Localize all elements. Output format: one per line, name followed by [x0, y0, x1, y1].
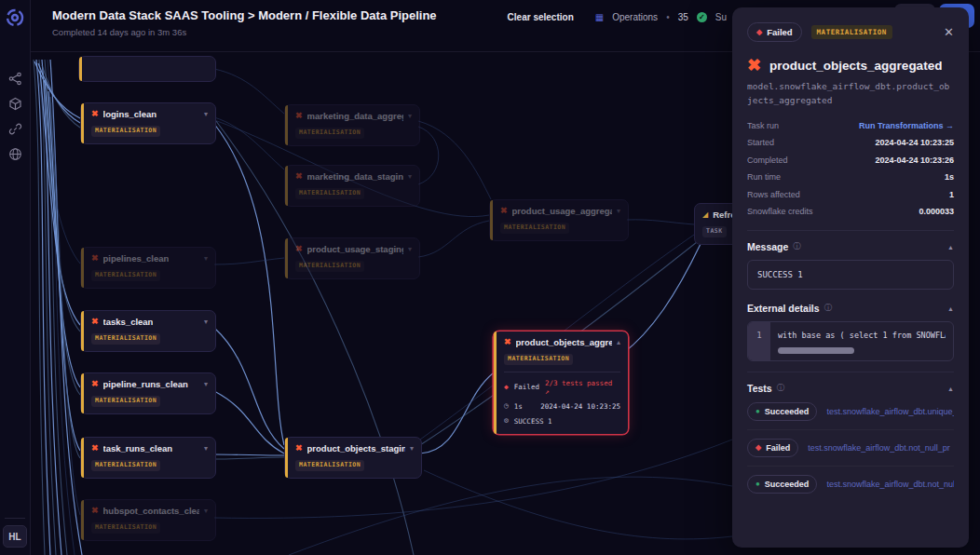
node-label: tasks_clean: [103, 317, 154, 327]
chevron-down-icon[interactable]: ▾: [408, 173, 412, 181]
node-label: pipelines_clean: [103, 253, 170, 264]
node-tasks-clean[interactable]: ✖ tasks_clean ▾ MATERIALISATION: [80, 310, 216, 352]
node-product-usage-staging[interactable]: ✖ product_usage_staging ▾ MATERIALISATIO…: [284, 237, 420, 279]
succeeded-dot-icon: ●: [755, 481, 760, 488]
chevron-down-icon[interactable]: ▾: [204, 445, 208, 453]
gear-icon: ⚙: [504, 417, 509, 425]
node-product-objects-aggregated-selected[interactable]: ✖ product_objects_aggregated ▴ MATERIALI…: [493, 331, 629, 435]
dot-separator: •: [666, 12, 670, 22]
dbt-icon: ✖: [91, 444, 99, 453]
collapse-arrow-icon[interactable]: ▲: [947, 386, 954, 392]
chevron-up-icon[interactable]: ▴: [617, 339, 620, 346]
node-label: hubspot_contacts_clean: [103, 506, 199, 516]
materialisation-badge: MATERIALISATION: [295, 261, 364, 272]
detail-value: 2024-04-24 10:23:26: [875, 156, 954, 165]
materialisation-badge: MATERIALISATION: [91, 396, 160, 407]
node-pipelines-clean[interactable]: ✖ pipelines_clean ▾ MATERIALISATION: [80, 247, 216, 289]
dbt-icon: ✖: [504, 338, 511, 346]
close-icon[interactable]: ✕: [944, 26, 954, 38]
test-link[interactable]: test.snowflake_airflow_dbt.not_null_pr: [808, 443, 954, 453]
node-product-objects-staging[interactable]: ✖ product_objects_staging ▾ MATERIALISAT…: [284, 437, 422, 479]
status-badge-label: Failed: [767, 27, 792, 37]
dbt-icon: ✖: [295, 172, 303, 181]
dbt-icon: ✖: [91, 254, 99, 263]
node-stub-cutoff[interactable]: [78, 56, 216, 82]
sidebar: HL: [0, 0, 31, 555]
info-icon[interactable]: ⓘ: [777, 383, 785, 394]
details-panel: ◆ Failed MATERIALISATION ✕ ✖ product_obj…: [732, 7, 969, 548]
chevron-down-icon[interactable]: ▾: [204, 381, 208, 388]
test-row: ● Succeeded test.snowflake_airflow_dbt.n…: [747, 467, 954, 502]
test-link[interactable]: test.snowflake_airflow_dbt.unique_pro: [826, 407, 954, 416]
detail-value: 0.000033: [919, 207, 954, 216]
sidebar-item-products[interactable]: [7, 96, 22, 111]
chevron-down-icon[interactable]: ▾: [408, 246, 412, 253]
node-pipeline-runs-clean[interactable]: ✖ pipeline_runs_clean ▾ MATERIALISATION: [80, 372, 216, 414]
chevron-down-icon[interactable]: ▾: [408, 113, 412, 120]
chevron-down-icon[interactable]: ▾: [410, 445, 414, 453]
app-logo-icon[interactable]: [5, 7, 25, 32]
node-message: SUCCESS 1: [514, 417, 552, 426]
sidebar-item-integrations[interactable]: [7, 121, 22, 136]
test-link[interactable]: test.snowflake_airflow_dbt.not_null_pr: [826, 480, 954, 489]
tests-heading: Tests: [747, 383, 772, 394]
collapse-arrow-icon[interactable]: ▲: [947, 305, 954, 312]
node-logins-clean[interactable]: ✖ logins_clean ▾ MATERIALISATION: [80, 102, 216, 144]
chevron-down-icon[interactable]: ▾: [617, 208, 620, 215]
panel-divider: [747, 230, 954, 231]
operations-label: Operations: [612, 12, 658, 22]
sidebar-nav: [7, 71, 22, 161]
failed-diamond-icon: ◆: [504, 384, 509, 391]
page-title: Modern Data Stack SAAS Tooling > Modern …: [52, 8, 437, 22]
user-avatar[interactable]: HL: [3, 525, 27, 548]
dbt-icon: ✖: [500, 207, 508, 215]
node-hubspot-contacts-clean[interactable]: ✖ hubspot_contacts_clean ▾ MATERIALISATI…: [80, 499, 216, 541]
sidebar-divider: [5, 518, 25, 519]
detail-label: Run time: [747, 172, 781, 182]
info-icon[interactable]: ⓘ: [793, 241, 801, 252]
sidebar-item-lineage[interactable]: [7, 71, 22, 86]
status-badge: ◆ Failed: [747, 22, 802, 42]
node-label: product_objects_staging: [307, 443, 405, 453]
node-status-stripe: [79, 57, 82, 81]
run-transformations-link[interactable]: Run Transformations →: [859, 121, 954, 130]
detail-row-started: Started 2024-04-24 10:23:25: [747, 134, 954, 152]
succeeded-dot-icon: ●: [755, 408, 760, 415]
dbt-icon: ✖: [747, 57, 761, 74]
detail-value: 1: [949, 190, 954, 199]
pipeline-app: Modern Data Stack SAAS Tooling > Modern …: [0, 0, 980, 555]
node-task-runs-clean[interactable]: ✖ task_runs_clean ▾ MATERIALISATION: [80, 437, 216, 479]
failed-diamond-icon: ◆: [756, 29, 762, 36]
dbt-icon: ✖: [295, 444, 303, 453]
sidebar-item-environments[interactable]: [7, 146, 22, 161]
horizontal-scrollbar[interactable]: [778, 347, 854, 354]
materialisation-badge: MATERIALISATION: [91, 126, 160, 137]
sidebar-bottom: HL: [0, 518, 30, 555]
message-section-header: Message ⓘ ▲: [747, 241, 954, 252]
dbt-icon: ✖: [91, 318, 99, 326]
external-details-section-header: External details ⓘ ▲: [747, 303, 954, 314]
info-icon[interactable]: ⓘ: [824, 303, 833, 314]
clear-selection-button[interactable]: Clear selection: [508, 12, 574, 22]
dbt-icon: ✖: [91, 110, 99, 118]
test-status-label: Succeeded: [765, 480, 810, 489]
operations-grid-icon: ▦: [595, 12, 604, 22]
node-label: pipeline_runs_clean: [103, 379, 188, 389]
chevron-down-icon[interactable]: ▾: [204, 255, 208, 263]
detail-value: 2024-04-24 10:23:25: [875, 138, 954, 147]
node-marketing-data-aggregated[interactable]: ✖ marketing_data_aggregated ▾ MATERIALIS…: [284, 104, 420, 146]
node-product-usage-aggregated[interactable]: ✖ product_usage_aggregated ▾ MATERIALISA…: [489, 199, 629, 241]
node-timestamp: 2024-04-24 10:23:25: [540, 402, 620, 411]
external-details-heading: External details: [747, 303, 820, 314]
chevron-down-icon[interactable]: ▾: [204, 508, 208, 515]
detail-row-snowflake-credits: Snowflake credits 0.000033: [747, 203, 954, 221]
node-marketing-data-staging[interactable]: ✖ marketing_data_staging ▾ MATERIALISATI…: [284, 165, 420, 207]
chevron-down-icon[interactable]: ▾: [204, 111, 208, 118]
materialisation-badge: MATERIALISATION: [295, 188, 364, 199]
detail-value: 1s: [945, 172, 954, 182]
tests-summary-link[interactable]: 2/3 tests passed ↗: [545, 379, 620, 396]
chevron-down-icon[interactable]: ▾: [204, 318, 208, 326]
detail-row-rows-affected: Rows affected 1: [747, 185, 954, 203]
test-status-label: Succeeded: [765, 407, 810, 416]
collapse-arrow-icon[interactable]: ▲: [947, 244, 954, 250]
